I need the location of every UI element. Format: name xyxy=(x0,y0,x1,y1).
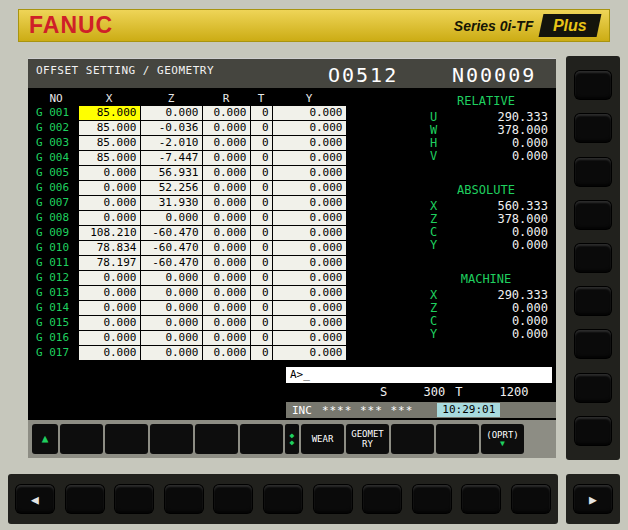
offset-x-cell[interactable]: 0.000 xyxy=(78,286,140,301)
input-buffer[interactable]: A>_ xyxy=(286,367,552,383)
offset-y-cell[interactable]: 0.000 xyxy=(272,256,346,271)
offset-x-cell[interactable]: 0.000 xyxy=(78,181,140,196)
offset-y-cell[interactable]: 0.000 xyxy=(272,301,346,316)
offset-x-cell[interactable]: 78.834 xyxy=(78,241,140,256)
offset-x-cell[interactable]: 0.000 xyxy=(78,316,140,331)
offset-x-cell[interactable]: 0.000 xyxy=(78,346,140,361)
offset-t-cell[interactable]: 0 xyxy=(250,346,272,361)
offset-t-cell[interactable]: 0 xyxy=(250,196,272,211)
offset-z-cell[interactable]: 0.000 xyxy=(140,271,202,286)
offset-z-cell[interactable]: -7.447 xyxy=(140,151,202,166)
softkey-button[interactable] xyxy=(240,424,283,454)
offset-y-cell[interactable]: 0.000 xyxy=(272,211,346,226)
side-button[interactable] xyxy=(575,201,611,229)
offset-z-cell[interactable]: 0.000 xyxy=(140,316,202,331)
side-button[interactable] xyxy=(575,330,611,358)
offset-y-cell[interactable]: 0.000 xyxy=(272,316,346,331)
offset-r-cell[interactable]: 0.000 xyxy=(202,346,250,361)
offset-y-cell[interactable]: 0.000 xyxy=(272,106,346,121)
offset-x-cell[interactable]: 85.000 xyxy=(78,106,140,121)
bottom-button[interactable] xyxy=(66,485,104,513)
offset-t-cell[interactable]: 0 xyxy=(250,181,272,196)
offset-x-cell[interactable]: 0.000 xyxy=(78,196,140,211)
offset-y-cell[interactable]: 0.000 xyxy=(272,271,346,286)
offset-t-cell[interactable]: 0 xyxy=(250,286,272,301)
offset-y-cell[interactable]: 0.000 xyxy=(272,166,346,181)
softkey-button[interactable] xyxy=(105,424,148,454)
offset-t-cell[interactable]: 0 xyxy=(250,271,272,286)
offset-y-cell[interactable]: 0.000 xyxy=(272,241,346,256)
offset-z-cell[interactable]: -60.470 xyxy=(140,226,202,241)
offset-r-cell[interactable]: 0.000 xyxy=(202,226,250,241)
offset-r-cell[interactable]: 0.000 xyxy=(202,211,250,226)
offset-y-cell[interactable]: 0.000 xyxy=(272,121,346,136)
offset-x-cell[interactable]: 85.000 xyxy=(78,121,140,136)
offset-z-cell[interactable]: -2.010 xyxy=(140,136,202,151)
softkey-button[interactable]: (OPRT) ▼ xyxy=(481,424,524,454)
offset-z-cell[interactable]: 0.000 xyxy=(140,331,202,346)
offset-r-cell[interactable]: 0.000 xyxy=(202,136,250,151)
offset-y-cell[interactable]: 0.000 xyxy=(272,286,346,301)
side-button[interactable] xyxy=(575,71,611,99)
offset-r-cell[interactable]: 0.000 xyxy=(202,256,250,271)
offset-y-cell[interactable]: 0.000 xyxy=(272,331,346,346)
offset-z-cell[interactable]: 0.000 xyxy=(140,346,202,361)
offset-r-cell[interactable]: 0.000 xyxy=(202,181,250,196)
offset-t-cell[interactable]: 0 xyxy=(250,211,272,226)
softkey-button[interactable]: GEOMET RY xyxy=(346,424,389,454)
bottom-button[interactable] xyxy=(115,485,153,513)
offset-z-cell[interactable]: -0.036 xyxy=(140,121,202,136)
offset-r-cell[interactable]: 0.000 xyxy=(202,331,250,346)
side-button[interactable] xyxy=(575,114,611,142)
offset-t-cell[interactable]: 0 xyxy=(250,136,272,151)
offset-z-cell[interactable]: -60.470 xyxy=(140,241,202,256)
offset-r-cell[interactable]: 0.000 xyxy=(202,271,250,286)
side-button[interactable] xyxy=(575,417,611,445)
offset-y-cell[interactable]: 0.000 xyxy=(272,181,346,196)
bottom-button[interactable] xyxy=(462,485,500,513)
offset-t-cell[interactable]: 0 xyxy=(250,106,272,121)
offset-z-cell[interactable]: 0.000 xyxy=(140,286,202,301)
bottom-button[interactable] xyxy=(314,485,352,513)
offset-x-cell[interactable]: 0.000 xyxy=(78,211,140,226)
softkey-button[interactable] xyxy=(391,424,434,454)
offset-r-cell[interactable]: 0.000 xyxy=(202,106,250,121)
offset-x-cell[interactable]: 108.210 xyxy=(78,226,140,241)
offset-r-cell[interactable]: 0.000 xyxy=(202,301,250,316)
next-page-button[interactable]: ▶ xyxy=(574,485,612,513)
softkey-return-button[interactable]: ▲ xyxy=(32,424,58,454)
offset-z-cell[interactable]: 0.000 xyxy=(140,211,202,226)
offset-t-cell[interactable]: 0 xyxy=(250,256,272,271)
offset-y-cell[interactable]: 0.000 xyxy=(272,226,346,241)
offset-y-cell[interactable]: 0.000 xyxy=(272,136,346,151)
side-button[interactable] xyxy=(575,374,611,402)
offset-t-cell[interactable]: 0 xyxy=(250,331,272,346)
offset-r-cell[interactable]: 0.000 xyxy=(202,286,250,301)
offset-z-cell[interactable]: 56.931 xyxy=(140,166,202,181)
offset-z-cell[interactable]: 52.256 xyxy=(140,181,202,196)
offset-t-cell[interactable]: 0 xyxy=(250,301,272,316)
softkey-button[interactable] xyxy=(436,424,479,454)
softkey-button[interactable]: WEAR xyxy=(301,424,344,454)
offset-t-cell[interactable]: 0 xyxy=(250,121,272,136)
offset-r-cell[interactable]: 0.000 xyxy=(202,196,250,211)
offset-r-cell[interactable]: 0.000 xyxy=(202,166,250,181)
offset-t-cell[interactable]: 0 xyxy=(250,226,272,241)
offset-z-cell[interactable]: 0.000 xyxy=(140,106,202,121)
offset-y-cell[interactable]: 0.000 xyxy=(272,196,346,211)
offset-z-cell[interactable]: 31.930 xyxy=(140,196,202,211)
side-button[interactable] xyxy=(575,158,611,186)
bottom-button[interactable] xyxy=(264,485,302,513)
offset-t-cell[interactable]: 0 xyxy=(250,151,272,166)
offset-x-cell[interactable]: 78.197 xyxy=(78,256,140,271)
offset-z-cell[interactable]: -60.470 xyxy=(140,256,202,271)
offset-y-cell[interactable]: 0.000 xyxy=(272,151,346,166)
offset-z-cell[interactable]: 0.000 xyxy=(140,301,202,316)
bottom-button[interactable] xyxy=(512,485,550,513)
offset-y-cell[interactable]: 0.000 xyxy=(272,346,346,361)
offset-r-cell[interactable]: 0.000 xyxy=(202,241,250,256)
offset-r-cell[interactable]: 0.000 xyxy=(202,316,250,331)
offset-x-cell[interactable]: 85.000 xyxy=(78,151,140,166)
softkey-button[interactable] xyxy=(195,424,238,454)
offset-x-cell[interactable]: 0.000 xyxy=(78,166,140,181)
